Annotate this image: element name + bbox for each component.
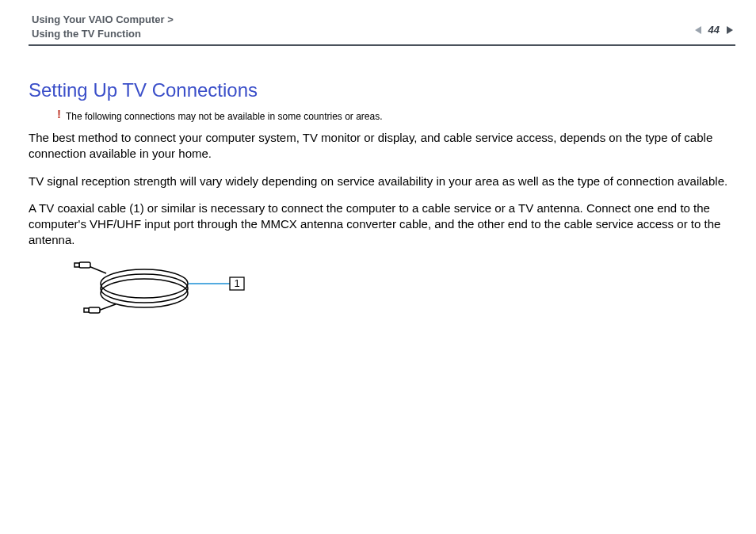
page-content: Setting Up TV Connections ! The followin… — [29, 79, 734, 326]
header-divider — [29, 44, 735, 46]
svg-line-5 — [89, 266, 106, 273]
coaxial-cable-figure: 1 — [57, 260, 734, 326]
svg-rect-10 — [84, 308, 89, 312]
svg-rect-6 — [79, 262, 90, 268]
body-paragraph: A TV coaxial cable (1) or similar is nec… — [29, 200, 734, 249]
next-page-icon[interactable] — [724, 25, 735, 36]
body-paragraph: TV signal reception strength will vary w… — [29, 174, 734, 189]
breadcrumb-line-2: Using the TV Function — [32, 27, 174, 41]
svg-marker-1 — [727, 26, 733, 34]
svg-line-8 — [98, 304, 116, 311]
document-page: Using Your VAIO Computer > Using the TV … — [0, 0, 756, 534]
svg-rect-7 — [74, 263, 79, 267]
body-paragraph: The best method to connect your computer… — [29, 130, 734, 162]
breadcrumb-line-1: Using Your VAIO Computer > — [32, 13, 174, 27]
page-header: Using Your VAIO Computer > Using the TV … — [0, 0, 756, 44]
callout-label: 1 — [234, 277, 239, 289]
page-title: Setting Up TV Connections — [29, 79, 734, 101]
warning-note: ! The following connections may not be a… — [57, 111, 734, 122]
prev-page-icon[interactable] — [693, 25, 704, 36]
breadcrumb[interactable]: Using Your VAIO Computer > Using the TV … — [32, 13, 174, 40]
warning-icon: ! — [57, 108, 61, 120]
svg-rect-9 — [89, 307, 100, 313]
warning-text: The following connections may not be ava… — [66, 111, 383, 122]
svg-marker-0 — [695, 26, 701, 34]
page-number: 44 — [708, 24, 720, 36]
page-navigator: 44 — [693, 24, 735, 36]
